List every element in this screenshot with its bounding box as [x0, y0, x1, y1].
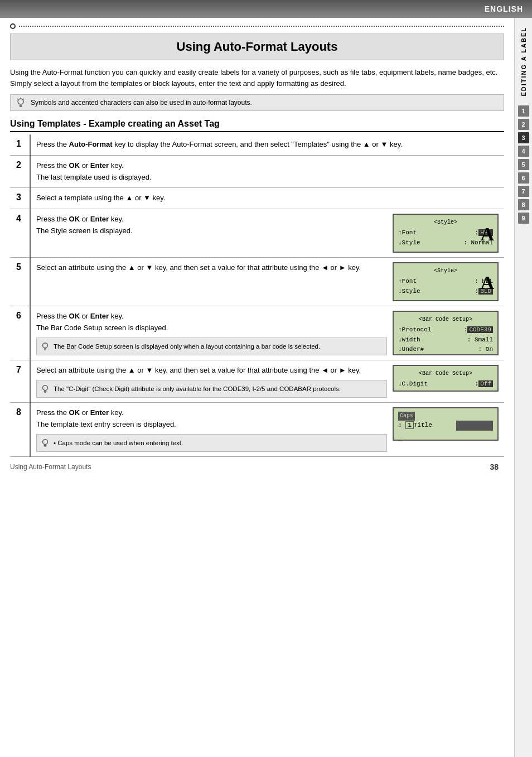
step-content-8: Press the OK or Enter key. The template … [30, 403, 504, 457]
svg-line-5 [23, 99, 24, 99]
dot-circle [10, 23, 16, 29]
step-row-8: 8 Press the OK or Enter key. The templat… [10, 403, 504, 457]
step-content-1: Press the Auto-Format key to display the… [30, 134, 504, 155]
step-content-6: Press the OK or Enter key. The Bar Code … [30, 306, 504, 360]
step-text-8: Press the OK or Enter key. The template … [36, 407, 387, 452]
intro-text: Using the Auto-Format function you can q… [10, 67, 504, 89]
step-row-2: 2 Press the OK or Enter key. The last te… [10, 155, 504, 188]
svg-point-12 [43, 440, 48, 445]
main-content: Using Auto-Format Layouts Using the Auto… [0, 23, 514, 488]
svg-rect-10 [44, 391, 47, 392]
sidebar-num-2: 2 [518, 119, 529, 130]
svg-line-4 [17, 99, 18, 99]
step-image-5: <Style> ↑Font : HEL ↓Style :BLD A [393, 262, 499, 301]
step-content-5: Select an attribute using the ▲ or ▼ key… [30, 258, 504, 306]
dotted-separator [10, 23, 504, 29]
step-text-5: Select an attribute using the ▲ or ▼ key… [36, 262, 387, 274]
step-row-6: 6 Press the OK or Enter key. The Bar Cod… [10, 306, 504, 360]
title-box: Using Auto-Format Layouts [10, 33, 504, 60]
steps-table: 1 Press the Auto-Format key to display t… [10, 134, 504, 457]
lightbulb-icon [15, 97, 26, 108]
svg-rect-14 [44, 446, 46, 447]
step-num-2: 2 [10, 155, 30, 188]
footer-text: Using Auto-Format Layouts [10, 463, 91, 471]
note-symbols-box: Symbols and accented characters can also… [10, 94, 504, 111]
step-num-5: 5 [10, 258, 30, 306]
sidebar-num-1: 1 [518, 105, 529, 117]
right-sidebar: EDITING A LABEL 1 2 3 4 5 6 7 8 9 [514, 18, 532, 757]
step-image-8: Caps ↕ 1Title _ [393, 407, 499, 441]
dots-row [19, 26, 504, 27]
step-content-7: Select an attribute using the ▲ or ▼ key… [30, 360, 504, 403]
step-image-6: <Bar Code Setup> ↑Protocol :CODE39 ↓Widt… [393, 311, 499, 355]
lightbulb-icon-8 [40, 438, 50, 448]
sidebar-label: EDITING A LABEL [520, 27, 527, 97]
page-number: 38 [490, 462, 499, 471]
sidebar-num-7: 7 [518, 186, 529, 197]
svg-point-9 [43, 385, 48, 390]
step-content-3: Select a template using the ▲ or ▼ key. [30, 188, 504, 209]
step-row-1: 1 Press the Auto-Format key to display t… [10, 134, 504, 155]
step-num-6: 6 [10, 306, 30, 360]
sidebar-numbers: 1 2 3 4 5 6 7 8 9 [518, 105, 529, 224]
lightbulb-icon-7 [40, 384, 50, 394]
page-title: Using Auto-Format Layouts [16, 40, 498, 54]
step-num-3: 3 [10, 188, 30, 209]
top-bar: ENGLISH [0, 0, 532, 18]
step-note-6: The Bar Code Setup screen is displayed o… [36, 337, 387, 355]
svg-point-0 [18, 99, 23, 104]
sidebar-num-3: 3 [518, 132, 529, 143]
step-num-4: 4 [10, 209, 30, 258]
step-row-5: 5 Select an attribute using the ▲ or ▼ k… [10, 258, 504, 306]
step-row-7: 7 Select an attribute using the ▲ or ▼ k… [10, 360, 504, 403]
sidebar-num-5: 5 [518, 159, 529, 170]
step-text-6: Press the OK or Enter key. The Bar Code … [36, 311, 387, 355]
sidebar-num-8: 8 [518, 199, 529, 210]
svg-rect-7 [44, 349, 47, 349]
step-content-2: Press the OK or Enter key. The last temp… [30, 155, 504, 188]
svg-rect-8 [44, 349, 46, 350]
step-row-3: 3 Select a template using the ▲ or ▼ key… [10, 188, 504, 209]
language-label: ENGLISH [485, 4, 523, 13]
step-note-7: The "C-Digit" (Check Digit) attribute is… [36, 380, 387, 398]
step-num-7: 7 [10, 360, 30, 403]
svg-rect-2 [20, 106, 22, 107]
svg-rect-13 [44, 445, 47, 446]
step-text-4: Press the OK or Enter key. The Style scr… [36, 214, 387, 237]
svg-rect-1 [20, 105, 22, 106]
section-title: Using Templates - Example creating an As… [10, 119, 504, 132]
step-text-7: Select an attribute using the ▲ or ▼ key… [36, 365, 387, 398]
step-note-8: • Caps mode can be used when entering te… [36, 434, 387, 452]
sidebar-num-9: 9 [518, 213, 529, 224]
svg-rect-11 [44, 392, 46, 393]
step-image-4: <Style> ↑Font :HEL ↓Style : Normal A [393, 214, 499, 253]
step-num-8: 8 [10, 403, 30, 457]
step-row-4: 4 Press the OK or Enter key. The Style s… [10, 209, 504, 258]
step-num-1: 1 [10, 134, 30, 155]
step-image-7: <Bar Code Setup> ↓C.Digit :Off [393, 365, 499, 392]
lightbulb-icon-6 [40, 341, 50, 351]
sidebar-num-4: 4 [518, 146, 529, 157]
step-content-4: Press the OK or Enter key. The Style scr… [30, 209, 504, 258]
footer-row: Using Auto-Format Layouts 38 [10, 462, 504, 471]
svg-point-6 [43, 343, 48, 348]
note-symbols-text: Symbols and accented characters can also… [31, 99, 252, 107]
sidebar-num-6: 6 [518, 172, 529, 184]
